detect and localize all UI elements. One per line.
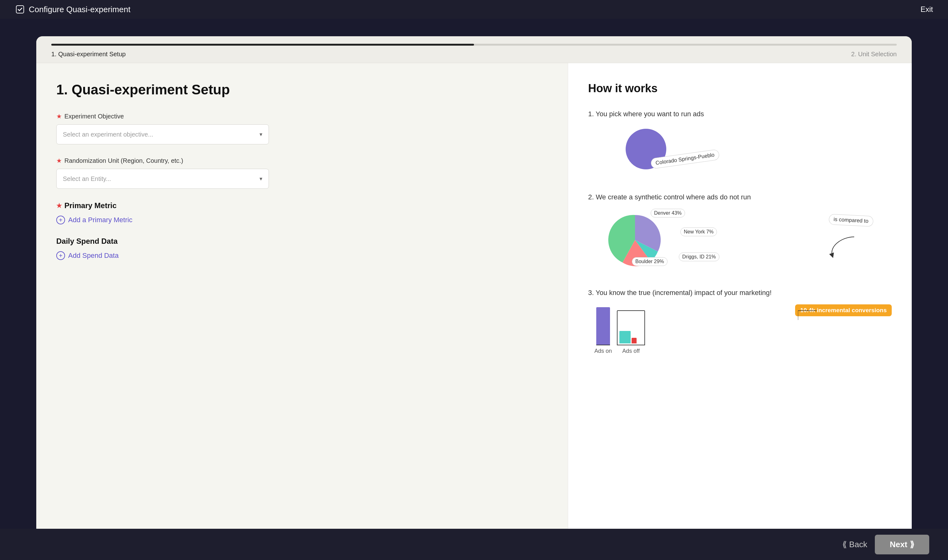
modal-body: 1. Quasi-experiment Setup ★ Experiment O… <box>36 63 912 543</box>
experiment-objective-select[interactable]: Select an experiment objective... ▾ <box>56 125 269 145</box>
app-icon <box>15 5 25 14</box>
ads-off-red-bar <box>632 338 637 343</box>
newyork-label: New York 7% <box>680 228 717 236</box>
arrow-svg <box>823 234 860 259</box>
svg-rect-0 <box>16 6 24 13</box>
left-panel: 1. Quasi-experiment Setup ★ Experiment O… <box>36 63 568 543</box>
ads-on-bar <box>596 307 610 345</box>
bottom-bar: ⟪ Back Next ⟫ <box>0 529 948 560</box>
progress-fill <box>51 44 474 46</box>
exit-button[interactable]: Exit <box>920 5 933 14</box>
main-modal: 1. Quasi-experiment Setup 2. Unit Select… <box>36 36 912 543</box>
top-bar: Configure Quasi-experiment Exit <box>0 0 948 19</box>
ads-off-label: Ads off <box>622 348 640 354</box>
step1-illustration: Colorado Springs-Pueblo <box>601 126 892 175</box>
how-it-works-title: How it works <box>588 82 892 95</box>
back-button[interactable]: ⟪ Back <box>842 540 867 549</box>
progress-bar-container: 1. Quasi-experiment Setup 2. Unit Select… <box>36 36 912 63</box>
how-step-1: 1. You pick where you want to run ads Co… <box>588 110 892 175</box>
how-step-2-label: 2. We create a synthetic control where a… <box>588 193 892 201</box>
progress-track <box>51 44 897 46</box>
required-star-unit: ★ <box>56 157 62 165</box>
required-star-metric: ★ <box>56 202 62 209</box>
ads-on-group: Ads on <box>594 307 612 354</box>
required-star-objective: ★ <box>56 112 62 120</box>
baseline <box>596 345 610 345</box>
progress-steps: 1. Quasi-experiment Setup 2. Unit Select… <box>51 51 897 58</box>
step1-label: 1. Quasi-experiment Setup <box>51 51 126 58</box>
incremental-arrow <box>798 305 823 323</box>
add-icon: + <box>56 215 65 225</box>
ads-off-group: Ads off <box>617 310 645 354</box>
how-step-1-label: 1. You pick where you want to run ads <box>588 110 892 118</box>
daily-spend-title: Daily Spend Data <box>56 237 548 246</box>
back-arrows-icon: ⟪ <box>842 540 847 549</box>
boulder-label: Boulder 29% <box>632 257 667 266</box>
step2-illustration: Denver 43% New York 7% Boulder 29% Drigg… <box>588 209 892 271</box>
randomization-unit-select[interactable]: Select an Entity... ▾ <box>56 169 269 189</box>
chevron-down-icon-unit: ▾ <box>259 175 262 182</box>
next-button[interactable]: Next ⟫ <box>875 535 929 554</box>
randomization-unit-label: ★ Randomization Unit (Region, Country, e… <box>56 157 548 165</box>
how-step-3: 3. You know the true (incremental) impac… <box>588 289 892 354</box>
add-spend-data-button[interactable]: + Add Spend Data <box>56 251 119 260</box>
how-step-2: 2. We create a synthetic control where a… <box>588 193 892 271</box>
primary-metric-title: ★ Primary Metric <box>56 201 548 210</box>
randomization-unit-section: ★ Randomization Unit (Region, Country, e… <box>56 157 548 189</box>
compared-to-bubble: is compared to <box>829 214 873 226</box>
primary-metric-section: ★ Primary Metric + Add a Primary Metric <box>56 201 548 225</box>
driggs-label: Driggs, ID 21% <box>679 252 720 261</box>
experiment-objective-label: ★ Experiment Objective <box>56 112 548 120</box>
how-step-3-label: 3. You know the true (incremental) impac… <box>588 289 892 297</box>
daily-spend-section: Daily Spend Data + Add Spend Data <box>56 237 548 260</box>
step2-label: 2. Unit Selection <box>851 51 897 58</box>
page-title: 1. Quasi-experiment Setup <box>56 82 548 97</box>
right-panel: How it works 1. You pick where you want … <box>568 63 912 543</box>
ads-off-teal-bar <box>620 331 630 343</box>
denver-label: Denver 43% <box>650 209 685 217</box>
ads-on-label: Ads on <box>594 348 612 354</box>
chevron-down-icon: ▾ <box>259 131 262 138</box>
baseline2 <box>617 345 645 345</box>
experiment-objective-section: ★ Experiment Objective Select an experim… <box>56 112 548 145</box>
add-primary-metric-button[interactable]: + Add a Primary Metric <box>56 215 132 225</box>
ads-off-outline-bar <box>617 310 645 345</box>
next-arrows-icon: ⟫ <box>910 540 914 549</box>
add-spend-icon: + <box>56 251 65 260</box>
app-title: Configure Quasi-experiment <box>15 5 130 14</box>
